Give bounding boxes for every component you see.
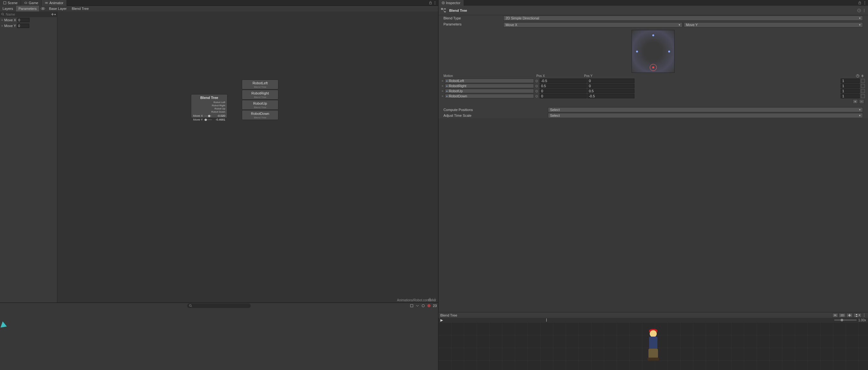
pivot-icon [848,314,851,317]
drag-handle-icon[interactable]: ≡ [1,24,3,27]
blend-tree-node[interactable]: Blend Tree Robot Left Robot Right Robot … [191,94,227,118]
drag-handle-icon[interactable]: ≡ [441,94,444,98]
tab-animator[interactable]: Animator [42,0,67,6]
blend-point[interactable] [652,34,654,36]
2d-toggle[interactable]: 2D [839,313,846,317]
svg-point-17 [435,301,435,301]
parameter-value-input[interactable] [17,24,29,28]
pos-x-field[interactable]: 0.5 [540,84,587,88]
parameter-row[interactable]: ≡ Move X [0,17,57,23]
speed-field[interactable]: 1 [841,94,860,98]
drag-handle-icon[interactable]: ≡ [1,19,3,22]
add-parameter-dropdown-icon[interactable]: ▾ [54,13,56,16]
kebab-icon[interactable] [433,298,437,302]
help-icon[interactable]: ? [857,8,861,12]
parameter-y-dropdown[interactable]: Move Y [684,22,863,27]
pos-x-field[interactable]: -0.5 [540,79,587,83]
pos-y-field[interactable]: -0.5 [587,94,634,98]
parameters-toggle[interactable]: Parameters [16,6,39,11]
blend-point[interactable] [668,51,670,53]
adjust-time-scale-dropdown[interactable]: Select [548,113,863,118]
lock-icon[interactable] [858,1,862,5]
kebab-icon[interactable] [862,8,866,12]
console-clear-icon[interactable] [421,304,425,308]
object-picker-icon[interactable]: ⊙ [534,89,539,93]
parameter-value-input[interactable] [18,18,30,22]
parameter-row[interactable]: ≡ Move Y [0,23,57,29]
motion-row[interactable]: ≡▸RobotLeft⊙-0.501 [441,78,865,83]
preview-timeline[interactable]: ▶ 1.00x [438,318,868,322]
tab-inspector-label: Inspector [446,1,460,5]
node-movex-slider[interactable] [204,115,212,117]
motion-clip-field[interactable]: ▸RobotRight [445,84,534,88]
motion-clip-field[interactable]: ▸RobotDown [445,94,534,98]
avatar-dropdown[interactable]: ▾ [854,313,862,317]
speed-field[interactable]: 1 [841,84,860,88]
console-error-icon[interactable] [427,304,431,308]
compute-positions-dropdown[interactable]: Select [548,107,863,112]
pos-x-field[interactable]: 0 [540,94,587,98]
speed-field[interactable]: 1 [841,89,860,93]
kebab-icon[interactable] [433,1,437,5]
breadcrumb-base-layer[interactable]: Base Layer [46,6,69,11]
mirror-checkbox[interactable] [861,94,865,98]
blend-cursor[interactable] [650,64,657,71]
drag-handle-icon[interactable]: ≡ [441,84,444,88]
eye-icon[interactable] [41,6,45,11]
layers-toggle[interactable]: Layers [0,6,16,11]
lock-icon[interactable] [428,298,432,302]
preview-viewport[interactable] [438,322,868,370]
timeline-playhead[interactable] [546,318,547,321]
object-picker-icon[interactable]: ⊙ [534,79,539,83]
pos-y-field[interactable]: 0 [587,84,634,88]
ik-toggle[interactable]: IK [832,313,838,317]
tab-inspector[interactable]: Inspector [438,0,464,6]
pos-y-field[interactable]: 0.5 [587,89,634,93]
blend-type-dropdown[interactable]: 2D Simple Directional [503,16,863,21]
console-search[interactable] [187,304,251,308]
blend-square[interactable] [631,30,675,73]
motion-clip-field[interactable]: ▸RobotLeft [445,79,534,83]
tab-game[interactable]: Game [21,0,42,6]
motion-row[interactable]: ≡▸RobotUp⊙00.51 [441,88,865,94]
pos-y-field[interactable]: 0 [587,79,634,83]
drag-handle-icon[interactable]: ≡ [441,89,444,93]
mirror-checkbox[interactable] [861,79,865,83]
parameter-x-dropdown[interactable]: Move X [503,22,682,27]
mirror-checkbox[interactable] [861,89,865,93]
kebab-icon[interactable] [862,313,866,317]
preview-header[interactable]: Blend Tree IK 2D ▾ [438,312,868,318]
object-picker-icon[interactable]: ⊙ [534,84,539,88]
breadcrumb-blend-tree[interactable]: Blend Tree [69,6,91,11]
mirror-checkbox[interactable] [861,84,865,88]
node-movey-slider[interactable] [204,119,212,121]
console-filter-icon[interactable] [410,304,414,308]
add-motion-button[interactable]: + [853,99,858,104]
console-body[interactable] [0,309,438,370]
animator-graph[interactable]: Blend Tree Robot Left Robot Right Robot … [57,11,438,303]
add-parameter-button[interactable] [51,13,54,16]
zoom-slider[interactable] [834,319,857,321]
remove-motion-button[interactable]: − [859,99,864,104]
blend-point[interactable] [636,51,638,53]
pivot-toggle[interactable] [846,313,853,317]
console-collapse-icon[interactable] [415,304,420,308]
motion-row[interactable]: ≡▸RobotRight⊙0.501 [441,83,865,88]
lock-icon[interactable] [429,1,432,5]
tab-scene[interactable]: Scene [0,0,21,6]
speed-field[interactable]: 1 [841,79,860,83]
motion-node[interactable]: RobotRightBlend Tree [242,90,278,100]
motion-row[interactable]: ≡▸RobotDown⊙0-0.51 [441,94,865,99]
motion-node[interactable]: RobotLeftBlend Tree [242,80,278,89]
object-picker-icon[interactable]: ⊙ [534,94,539,98]
kebab-icon[interactable] [863,1,867,5]
blend-visualizer[interactable] [438,29,868,73]
timeline-track[interactable] [446,318,832,321]
drag-handle-icon[interactable]: ≡ [441,79,444,83]
motion-clip-field[interactable]: ▸RobotUp [445,89,534,93]
parameter-search-input[interactable] [6,12,50,16]
motion-node[interactable]: RobotDownBlend Tree [242,110,278,120]
motion-node[interactable]: RobotUpBlend Tree [242,100,278,110]
pos-x-field[interactable]: 0 [540,89,587,93]
play-button[interactable]: ▶ [440,318,443,322]
